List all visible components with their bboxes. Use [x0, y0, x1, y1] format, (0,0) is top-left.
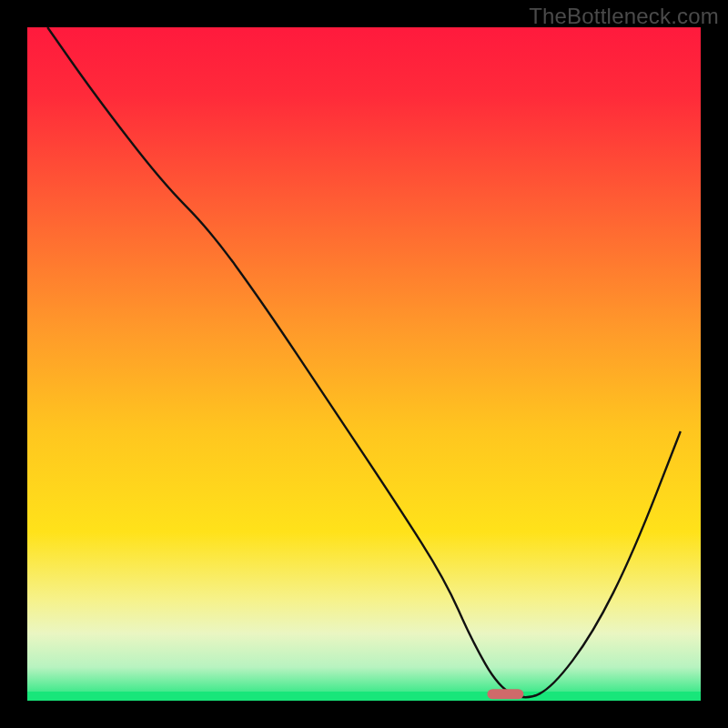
optimum-marker [487, 689, 523, 699]
bottleneck-chart [0, 0, 728, 728]
green-baseline [27, 692, 701, 701]
plot-background [27, 27, 701, 701]
chart-frame: TheBottleneck.com [0, 0, 728, 728]
